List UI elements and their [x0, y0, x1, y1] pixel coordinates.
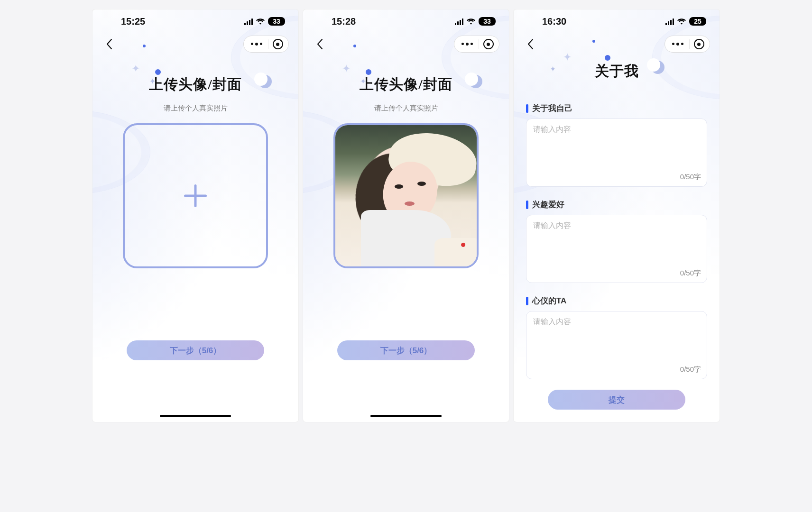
textarea-placeholder: 请输入内容: [533, 221, 700, 231]
miniprogram-capsule: [664, 36, 710, 53]
status-bar: 16:30 25: [514, 9, 720, 33]
back-button[interactable]: [102, 37, 117, 52]
dot-decoration: [605, 55, 610, 61]
section-title-hobbies: 兴趣爱好: [526, 199, 707, 210]
sparkle-icon: ✦: [550, 64, 556, 73]
status-time: 15:25: [121, 16, 145, 27]
nav-bar: [514, 33, 720, 55]
uploaded-photo[interactable]: [335, 125, 477, 266]
page-header: ✦ ✦ 上传头像/封面 请上传个人真实照片: [92, 75, 298, 113]
moon-icon: [651, 61, 664, 74]
status-right: 33: [455, 17, 496, 26]
hobbies-textarea[interactable]: 请输入内容 0/50字: [526, 215, 707, 283]
moon-icon: [469, 75, 482, 88]
home-indicator[interactable]: [160, 415, 231, 417]
upload-area: [333, 123, 479, 268]
dot-decoration: [155, 69, 161, 75]
miniprogram-capsule: [454, 36, 499, 53]
portrait-image: [335, 125, 477, 266]
upload-area: [123, 123, 268, 268]
section-title-about-self: 关于我自己: [526, 103, 707, 114]
cellular-signal-icon: [455, 18, 463, 25]
char-counter: 0/50字: [680, 365, 701, 374]
phone-screen-about-me: 16:30 25 ✦ ✦ 关于我 关于我自己 请输入内容 0/50字: [514, 9, 720, 422]
miniprogram-capsule: [243, 36, 289, 53]
sparkle-icon: ✦: [563, 51, 572, 64]
capsule-close-button[interactable]: [690, 39, 709, 49]
nav-bar: [303, 33, 509, 55]
battery-level: 25: [689, 17, 706, 26]
status-right: 33: [244, 17, 285, 26]
capsule-menu-button[interactable]: [245, 43, 268, 46]
about-self-textarea[interactable]: 请输入内容 0/50字: [526, 119, 707, 187]
dot-decoration: [143, 45, 146, 47]
back-button[interactable]: [523, 37, 538, 52]
capsule-close-button[interactable]: [479, 39, 498, 49]
plus-icon: [184, 184, 207, 207]
dot-decoration: [353, 45, 356, 47]
nav-bar: [92, 33, 298, 55]
cellular-signal-icon: [244, 18, 253, 25]
textarea-placeholder: 请输入内容: [533, 317, 700, 327]
dot-decoration: [366, 69, 371, 75]
cellular-signal-icon: [665, 18, 674, 25]
sparkle-icon: ✦: [131, 63, 140, 75]
sparkle-icon: ✦: [342, 63, 351, 75]
page-title: 关于我: [514, 62, 720, 81]
capsule-close-button[interactable]: [268, 39, 287, 49]
capsule-menu-button[interactable]: [456, 43, 479, 46]
next-step-button[interactable]: 下一步（5/6）: [337, 340, 475, 360]
next-step-button[interactable]: 下一步（5/6）: [127, 340, 264, 360]
phone-screen-upload-filled: 15:28 33 ✦ ✦ 上传头像/封面 请上传个人真实照片: [303, 9, 509, 422]
status-bar: 15:28 33: [303, 9, 509, 33]
page-header: ✦ ✦ 上传头像/封面 请上传个人真实照片: [303, 75, 509, 113]
status-time: 15:28: [332, 16, 356, 27]
about-me-form: 关于我自己 请输入内容 0/50字 兴趣爱好 请输入内容 0/50字 心仪的TA…: [514, 81, 720, 379]
back-button[interactable]: [313, 37, 328, 52]
battery-level: 33: [268, 17, 285, 26]
status-bar: 15:25 33: [92, 9, 298, 33]
wifi-icon: [466, 18, 476, 25]
dot-decoration: [592, 40, 595, 43]
textarea-placeholder: 请输入内容: [533, 125, 700, 135]
wifi-icon: [677, 18, 686, 25]
home-indicator[interactable]: [370, 415, 442, 417]
char-counter: 0/50字: [680, 269, 701, 278]
ideal-partner-textarea[interactable]: 请输入内容 0/50字: [526, 311, 707, 379]
page-header: ✦ ✦ 关于我: [514, 62, 720, 81]
status-right: 25: [665, 17, 706, 26]
section-title-ideal-partner: 心仪的TA: [526, 295, 707, 306]
phone-screen-upload-empty: 15:25 33 ✦ ✦ 上传头像/封面 请上传个人真实照片: [92, 9, 298, 422]
page-subtitle: 请上传个人真实照片: [303, 104, 509, 113]
page-subtitle: 请上传个人真实照片: [92, 104, 298, 113]
sparkle-icon: ✦: [360, 77, 366, 86]
capsule-menu-button[interactable]: [666, 43, 689, 46]
wifi-icon: [256, 18, 265, 25]
battery-level: 33: [479, 17, 496, 26]
submit-button[interactable]: 提交: [548, 390, 685, 410]
sparkle-icon: ✦: [149, 77, 156, 86]
status-time: 16:30: [542, 16, 566, 27]
moon-icon: [258, 75, 272, 88]
char-counter: 0/50字: [680, 173, 701, 182]
